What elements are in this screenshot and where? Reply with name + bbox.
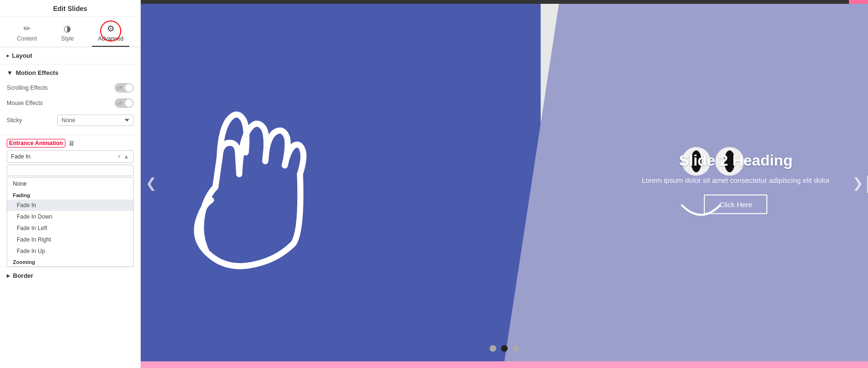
tab-style[interactable]: ◑ Style — [55, 21, 80, 47]
tab-content-label: Content — [17, 35, 37, 42]
scrolling-toggle-wrapper: off — [115, 83, 134, 93]
mouse-toggle-wrapper: off — [115, 98, 134, 108]
mouse-toggle-text: off — [117, 101, 122, 106]
mouse-effects-row: Mouse Effects off — [7, 95, 134, 111]
tab-advanced[interactable]: ⚙ Advanced — [92, 21, 129, 47]
slide-prev-arrow[interactable]: ❮ — [146, 175, 157, 190]
slide-heading: Slide 2 Heading — [642, 151, 830, 169]
border-section-header[interactable]: ▸ Border — [0, 267, 140, 284]
animation-dropdown-list: None Fading Fade In Fade In Down Fade In… — [7, 177, 134, 267]
animation-option-fade-in-left[interactable]: Fade In Left — [7, 222, 133, 234]
panel-title: Edit Slides — [0, 0, 140, 17]
border-arrow-icon: ▸ — [7, 272, 10, 279]
gear-icon: ⚙ — [107, 23, 115, 34]
dropdown-icons: × ▲ — [117, 153, 129, 160]
animation-option-none[interactable]: None — [7, 178, 133, 190]
slide-dot-1[interactable] — [490, 345, 496, 352]
top-bar — [141, 0, 868, 4]
entrance-animation-section: Entrance Animation 🖥 Fade In × ▲ None Fa… — [0, 135, 140, 267]
hand-illustration — [165, 87, 327, 278]
scrolling-effects-toggle[interactable]: off — [115, 83, 134, 93]
slide: Slide 2 Heading Lorem ipsum dolor sit am… — [141, 4, 868, 361]
animation-option-fade-in[interactable]: Fade In — [7, 200, 133, 211]
main-canvas-area: Slide 2 Heading Lorem ipsum dolor sit am… — [141, 0, 868, 368]
slide-dot-3[interactable] — [512, 345, 519, 352]
monitor-icon[interactable]: 🖥 — [68, 139, 75, 147]
entrance-animation-label[interactable]: Entrance Animation — [7, 139, 65, 147]
entrance-animation-dropdown[interactable]: Fade In × ▲ — [7, 150, 134, 163]
sticky-label: Sticky — [7, 117, 22, 124]
layout-arrow-icon: ▸ — [7, 53, 9, 58]
tab-style-label: Style — [61, 35, 74, 42]
mouse-effects-toggle[interactable]: off — [115, 98, 134, 108]
slide-next-arrow[interactable]: ❯ — [852, 175, 863, 190]
clear-icon[interactable]: × — [117, 153, 121, 160]
bottom-bar — [141, 361, 868, 368]
animation-option-fade-in-right[interactable]: Fade In Right — [7, 234, 133, 245]
layout-section-header[interactable]: ▸ Layout — [0, 47, 140, 64]
slide-dot-2[interactable] — [501, 345, 508, 352]
tab-advanced-label: Advanced — [98, 35, 123, 42]
entrance-animation-value: Fade In — [11, 153, 31, 160]
panel-content: ▸ Layout ▼ Motion Effects Scrolling Effe… — [0, 47, 140, 368]
pencil-icon: ✏ — [23, 23, 31, 34]
chevron-up-icon[interactable]: ▲ — [124, 153, 129, 160]
half-circle-icon: ◑ — [63, 23, 71, 34]
sticky-select[interactable]: None Top Bottom — [57, 115, 134, 126]
top-bar-accent — [849, 0, 868, 4]
mouse-effects-label: Mouse Effects — [7, 100, 43, 106]
tabs-bar: ✏ Content ◑ Style ⚙ Advanced — [0, 17, 140, 47]
motion-effects-header[interactable]: ▼ Motion Effects — [7, 64, 134, 80]
animation-search-input[interactable] — [7, 165, 134, 176]
motion-effects-arrow-icon: ▼ — [7, 69, 13, 76]
animation-option-fade-in-up[interactable]: Fade In Up — [7, 245, 133, 257]
animation-option-fade-in-down[interactable]: Fade In Down — [7, 211, 133, 222]
layout-label: Layout — [12, 52, 32, 59]
sticky-row: Sticky None Top Bottom — [7, 111, 134, 130]
scrolling-toggle-text: off — [117, 85, 122, 91]
entrance-label-row: Entrance Animation 🖥 — [7, 139, 134, 147]
slide-content: Slide 2 Heading Lorem ipsum dolor sit am… — [642, 151, 830, 214]
motion-effects-section: ▼ Motion Effects Scrolling Effects off M… — [0, 64, 140, 135]
scrolling-effects-row: Scrolling Effects off — [7, 80, 134, 95]
slide-dots — [490, 345, 519, 352]
slide-cta-button[interactable]: Click Here — [704, 194, 767, 214]
left-panel: Edit Slides ✏ Content ◑ Style ⚙ Advanced… — [0, 0, 141, 368]
slide-container: Slide 2 Heading Lorem ipsum dolor sit am… — [141, 4, 868, 361]
scrolling-effects-label: Scrolling Effects — [7, 84, 48, 91]
border-label: Border — [13, 272, 33, 279]
animation-group-fading: Fading — [7, 190, 133, 200]
slide-subtext: Lorem ipsum dolor sit amet consectetur a… — [642, 176, 830, 184]
motion-effects-label: Motion Effects — [16, 69, 59, 76]
tab-content[interactable]: ✏ Content — [11, 21, 42, 47]
animation-group-zooming: Zooming — [7, 257, 133, 266]
